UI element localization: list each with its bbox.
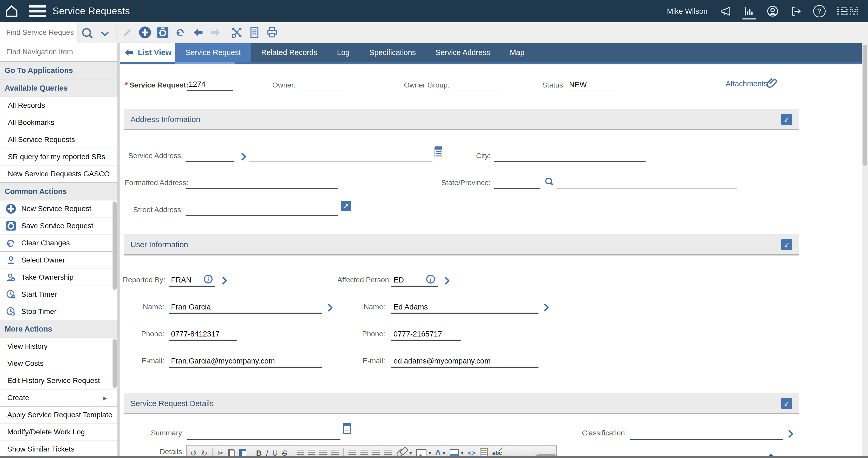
reported-name-field[interactable]: Fran Garcia (169, 300, 322, 314)
paperclip-icon[interactable] (766, 77, 778, 90)
affected-email-field[interactable]: ed.adams@mycompany.com (392, 354, 538, 368)
query-item-sr-query[interactable]: SR query for my reported SRs (0, 149, 118, 166)
change-status-button[interactable] (229, 25, 244, 40)
caret-down-icon[interactable]: ▾ (461, 450, 464, 456)
tab-log[interactable]: Log (327, 43, 360, 62)
select-value-icon[interactable] (545, 177, 552, 184)
logout-icon[interactable] (790, 5, 802, 18)
next-record-button[interactable] (208, 25, 223, 40)
spell-check-icon[interactable]: abc✓ (492, 450, 502, 456)
action-apply-sr-template[interactable]: Apply Service Request Template (0, 406, 118, 424)
align-right-icon[interactable] (372, 450, 380, 456)
outdent-icon[interactable] (331, 450, 339, 456)
caret-down-icon[interactable]: ▾ (429, 450, 431, 456)
new-record-button[interactable] (137, 25, 153, 40)
affected-name-field[interactable]: Ed Adams (392, 300, 538, 314)
align-left-icon[interactable] (348, 450, 356, 456)
collapse-section-icon[interactable]: ↙ (781, 398, 792, 409)
tab-map[interactable]: Map (500, 43, 534, 62)
previous-record-button[interactable] (190, 25, 206, 40)
sidebar-section-go-to[interactable]: Go To Applications (0, 62, 118, 79)
numbered-list-icon[interactable] (297, 450, 304, 456)
detail-menu-icon[interactable] (785, 430, 793, 438)
action-new-service-request[interactable]: New Service Request (0, 200, 118, 218)
find-service-request-box[interactable] (0, 22, 78, 42)
caret-down-icon[interactable]: ▾ (409, 450, 412, 456)
detail-menu-icon[interactable] (238, 153, 246, 160)
sidebar-section-available-queries[interactable]: Available Queries (0, 79, 118, 97)
home-icon[interactable] (4, 4, 19, 19)
caret-down-icon[interactable]: ▾ (442, 450, 445, 456)
sidebar-section-common-actions[interactable]: Common Actions (0, 183, 118, 200)
action-stop-timer[interactable]: Stop Timer (0, 303, 118, 320)
info-icon[interactable]: i (426, 275, 435, 284)
save-button[interactable] (155, 25, 170, 40)
align-center-icon[interactable] (361, 450, 368, 456)
formatted-address-field[interactable] (186, 175, 338, 189)
query-item-all-records[interactable]: All Records (0, 97, 118, 114)
info-icon[interactable]: i (204, 275, 213, 284)
action-view-history[interactable]: View History (0, 338, 118, 355)
tab-service-address[interactable]: Service Address (426, 43, 500, 62)
indent-icon[interactable] (319, 450, 327, 456)
profile-icon[interactable] (766, 5, 779, 18)
collapse-section-icon[interactable]: ↙ (781, 114, 792, 125)
action-take-ownership[interactable]: Take Ownership (0, 269, 118, 286)
action-start-timer[interactable]: Start Timer (0, 286, 118, 303)
help-icon[interactable]: ? (813, 5, 826, 18)
print-button[interactable] (265, 25, 280, 40)
tab-related-records[interactable]: Related Records (251, 43, 327, 62)
search-options-button[interactable] (96, 22, 114, 42)
clear-changes-button[interactable] (173, 25, 188, 40)
announcements-icon[interactable] (720, 5, 732, 18)
sidebar-scrollbar-thumb-2[interactable] (113, 339, 117, 388)
collapse-section-icon[interactable]: ↙ (781, 239, 792, 250)
query-item-all-bookmarks[interactable]: All Bookmarks (0, 114, 118, 131)
go-to-map-icon[interactable]: ↗ (341, 201, 351, 211)
city-field[interactable] (494, 149, 646, 162)
find-navigation-box[interactable] (0, 42, 118, 62)
action-clear-changes[interactable]: Clear Changes (0, 235, 118, 252)
action-view-costs[interactable]: View Costs (0, 355, 118, 372)
owner-field[interactable] (299, 79, 346, 91)
state-province-description-field[interactable] (556, 176, 737, 189)
user-name[interactable]: Mike Wilson (667, 7, 707, 15)
long-description-icon[interactable] (343, 423, 351, 434)
justify-icon[interactable] (384, 450, 392, 456)
menu-icon[interactable] (29, 5, 46, 17)
detail-menu-icon[interactable] (541, 303, 549, 312)
affected-phone-field[interactable]: 0777-2165717 (392, 327, 461, 341)
owner-group-field[interactable] (453, 79, 500, 91)
action-edit-history[interactable]: Edit History Service Request (0, 372, 118, 389)
reports-chart-icon[interactable] (743, 5, 755, 18)
action-save-service-request[interactable]: Save Service Request (0, 218, 118, 235)
search-button[interactable] (78, 22, 96, 42)
action-create[interactable]: Create ▸ (0, 389, 118, 406)
find-navigation-input[interactable] (6, 47, 105, 56)
reports-button[interactable] (247, 25, 262, 40)
bullet-list-icon[interactable] (308, 450, 315, 456)
service-address-description-field[interactable] (249, 150, 432, 162)
detail-menu-icon[interactable] (324, 303, 333, 312)
tab-list-view[interactable]: List View (120, 43, 175, 62)
detail-menu-icon[interactable] (219, 276, 227, 285)
reported-phone-field[interactable]: 0777-8412317 (169, 327, 237, 341)
action-modify-delete-work-log[interactable]: Modify/Delete Work Log (0, 424, 118, 441)
reported-email-field[interactable]: Fran.Garcia@mycompany.com (169, 354, 322, 368)
edit-button[interactable] (120, 25, 135, 40)
query-item-all-service-requests[interactable]: All Service Requests (0, 131, 118, 149)
find-service-request-input[interactable] (6, 28, 74, 37)
street-address-field[interactable] (186, 202, 338, 216)
classification-field[interactable] (630, 426, 783, 440)
tab-specifications[interactable]: Specifications (360, 43, 426, 62)
sidebar-section-more-actions[interactable]: More Actions (0, 320, 118, 338)
detail-menu-icon[interactable] (441, 276, 450, 285)
summary-field[interactable] (187, 426, 340, 440)
action-show-similar-tickets[interactable]: Show Similar Tickets (0, 441, 118, 458)
state-province-field[interactable] (494, 175, 540, 189)
query-item-new-sr-gasco[interactable]: New Service Requests GASCO (0, 166, 118, 183)
long-description-icon[interactable] (435, 146, 442, 157)
tab-service-request[interactable]: Service Request (175, 43, 251, 62)
vertical-scrollbar-thumb[interactable] (863, 45, 867, 166)
service-address-field[interactable] (186, 149, 235, 162)
